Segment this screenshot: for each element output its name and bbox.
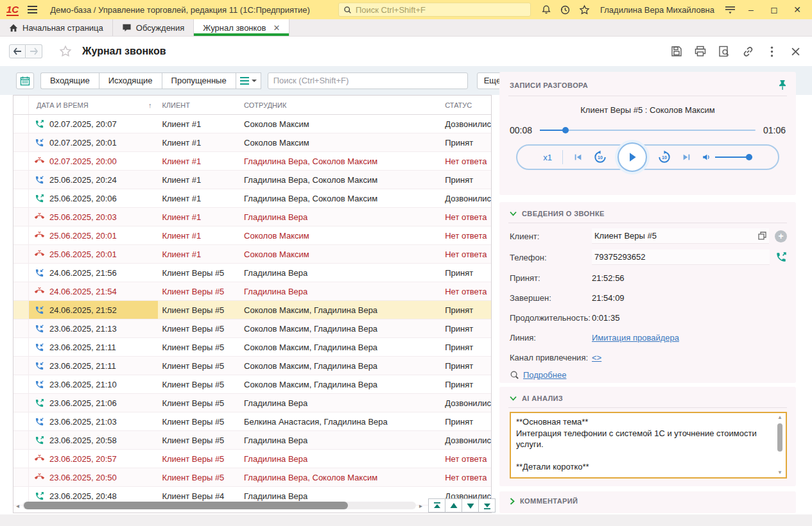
filter-incoming-button[interactable]: Входящие [40, 72, 99, 89]
go-previous-button[interactable] [445, 498, 462, 513]
table-row[interactable]: 25.06.2025, 20:24 Клиент #1 Гладилина Ве… [13, 171, 491, 189]
volume-control[interactable] [702, 153, 752, 162]
add-to-favorites-star-icon[interactable] [59, 45, 72, 58]
main-menu-icon[interactable] [28, 6, 37, 13]
tab-call-journal[interactable]: Журнал звонков ✕ [194, 19, 289, 36]
back-button[interactable] [9, 44, 26, 58]
scroll-down-icon[interactable]: ▼ [775, 470, 784, 476]
more-actions-icon[interactable] [765, 45, 778, 58]
scrollbar-thumb[interactable] [777, 423, 782, 452]
phone-label: Телефон: [510, 253, 592, 262]
scroll-up-icon[interactable]: ▲ [775, 414, 784, 421]
forward-button[interactable] [26, 44, 42, 58]
tab-home[interactable]: Начальная страница [0, 19, 113, 36]
client-field[interactable]: Клиент Веры #5 [592, 228, 769, 244]
favorites-star-icon[interactable] [578, 3, 591, 16]
call-datetime: 23.06.2025, 20:57 [49, 454, 117, 464]
collapse-chevron-icon[interactable] [510, 396, 517, 401]
play-button[interactable] [618, 142, 647, 172]
expand-chevron-icon[interactable] [510, 498, 515, 505]
current-user-name[interactable]: Гладилина Вера Михайловна [600, 5, 714, 15]
close-form-icon[interactable] [789, 45, 802, 58]
table-row[interactable]: 23.06.2025, 21:03 Клиент Веры #5 Белкина… [13, 412, 491, 431]
go-last-button[interactable] [478, 498, 496, 513]
forward-10-icon[interactable]: 10 [657, 150, 671, 164]
go-next-button[interactable] [462, 498, 479, 513]
scrollbar-thumb[interactable] [24, 502, 348, 509]
column-header-employee[interactable]: СОТРУДНИК [240, 96, 442, 114]
table-row[interactable]: 24.06.2025, 21:52 Клиент Веры #5 Соколов… [13, 301, 491, 319]
call-client: Клиент Веры #5 [162, 268, 224, 278]
table-row[interactable]: 23.06.2025, 20:57 Клиент Веры #5 Гладили… [13, 450, 491, 468]
table-row[interactable]: 25.06.2025, 20:01 Клиент #1 Соколов Макс… [13, 226, 491, 245]
playback-speed-button[interactable]: x1 [543, 153, 552, 162]
textarea-scrollbar[interactable]: ▲ ▼ [775, 414, 784, 476]
volume-handle[interactable] [746, 154, 752, 160]
go-first-button[interactable] [428, 498, 445, 513]
minimize-button[interactable]: – [743, 4, 759, 15]
scroll-right-icon[interactable]: ▸ [416, 502, 422, 509]
save-icon[interactable] [670, 45, 683, 58]
details-more-link[interactable]: Подробнее [523, 370, 566, 380]
print-icon[interactable] [694, 45, 707, 58]
maximize-button[interactable]: ◻ [766, 4, 782, 15]
call-phone-icon[interactable] [775, 251, 787, 263]
tab-discussions[interactable]: Обсуждения [113, 19, 194, 36]
filter-outgoing-button[interactable]: Исходящие [99, 72, 162, 89]
rewind-10-icon[interactable]: 10 [593, 150, 607, 164]
call-type-icon [35, 454, 44, 464]
column-header-status[interactable]: СТАТУС [442, 96, 491, 114]
column-header-datetime[interactable]: ДАТА И ВРЕМЯ ↑ [29, 96, 158, 114]
get-link-icon[interactable] [741, 45, 754, 58]
page-header: Журнал звонков [0, 37, 812, 66]
table-row[interactable]: 25.06.2025, 20:06 Клиент #1 Гладилина Ве… [13, 189, 491, 208]
seek-handle[interactable] [562, 127, 569, 133]
ai-analysis-textarea[interactable]: **Основная тема** Интеграция телефонии с… [510, 412, 787, 479]
seek-slider[interactable] [540, 127, 756, 133]
table-row[interactable]: 23.06.2025, 20:58 Клиент Веры #5 Гладили… [13, 431, 491, 450]
skip-to-end-icon[interactable] [682, 153, 691, 162]
table-row[interactable]: 25.06.2025, 20:01 Клиент #1 Соколов Макс… [13, 245, 491, 264]
collapse-chevron-icon[interactable] [510, 211, 517, 216]
table-row[interactable]: 02.07.2025, 20:00 Клиент #1 Гладилина Ве… [13, 152, 491, 171]
list-search-input[interactable]: Поиск (Ctrl+Shift+F) [268, 72, 468, 89]
horizontal-scrollbar[interactable]: ◂ ▸ [16, 500, 422, 511]
table-row[interactable]: 25.06.2025, 20:03 Клиент #1 Гладилина Ве… [13, 208, 491, 226]
table-row[interactable]: 24.06.2025, 21:56 Клиент Веры #5 Гладили… [13, 264, 491, 282]
history-icon[interactable] [559, 3, 572, 16]
tab-close-icon[interactable]: ✕ [273, 23, 281, 33]
call-datetime: 24.06.2025, 21:54 [49, 287, 117, 296]
open-in-form-icon[interactable] [758, 232, 766, 240]
pin-icon[interactable] [778, 80, 787, 90]
line-link[interactable]: Имитация провайдера [592, 333, 679, 343]
table-row[interactable]: 23.06.2025, 21:13 Клиент Веры #5 Соколов… [13, 319, 491, 338]
call-client: Клиент Веры #5 [162, 417, 224, 427]
volume-slider[interactable] [715, 154, 752, 160]
duration-value: 0:01:35 [592, 313, 619, 323]
table-row[interactable]: 24.06.2025, 21:54 Клиент Веры #5 Гладили… [13, 282, 491, 301]
calendar-period-button[interactable] [16, 72, 34, 89]
table-row[interactable]: 23.06.2025, 21:06 Клиент Веры #5 Гладили… [13, 394, 491, 412]
table-row[interactable]: 23.06.2025, 20:50 Клиент Веры #5 Гладили… [13, 468, 491, 487]
create-client-button[interactable]: + [775, 230, 787, 242]
phone-field[interactable]: 79375293652 [592, 250, 770, 265]
filter-missed-button[interactable]: Пропущенные [162, 72, 236, 89]
scroll-left-icon[interactable]: ◂ [16, 502, 22, 509]
call-employee: Соколов Максим, Гладилина Вера [244, 324, 377, 334]
column-header-client[interactable]: КЛИЕНТ [158, 96, 240, 114]
notifications-bell-icon[interactable] [540, 3, 553, 16]
close-window-button[interactable]: ✕ [789, 4, 806, 15]
call-datetime: 23.06.2025, 21:11 [49, 361, 116, 371]
channel-link[interactable]: <> [592, 353, 601, 362]
skip-to-start-icon[interactable] [573, 153, 583, 162]
table-row[interactable]: 23.06.2025, 21:10 Клиент Веры #5 Соколов… [13, 375, 491, 394]
table-row[interactable]: 23.06.2025, 21:11 Клиент Веры #5 Соколов… [13, 357, 491, 375]
view-mode-button[interactable] [236, 72, 261, 89]
call-type-icon [35, 138, 44, 148]
print-preview-icon[interactable] [718, 45, 730, 58]
service-menu-icon[interactable] [723, 3, 736, 16]
global-search-input[interactable]: Поиск Ctrl+Shift+F [338, 3, 531, 17]
table-row[interactable]: 02.07.2025, 20:07 Клиент #1 Соколов Макс… [13, 115, 491, 133]
table-row[interactable]: 02.07.2025, 20:01 Клиент #1 Соколов Макс… [13, 133, 491, 152]
table-row[interactable]: 23.06.2025, 21:11 Клиент Веры #5 Соколов… [13, 338, 491, 357]
